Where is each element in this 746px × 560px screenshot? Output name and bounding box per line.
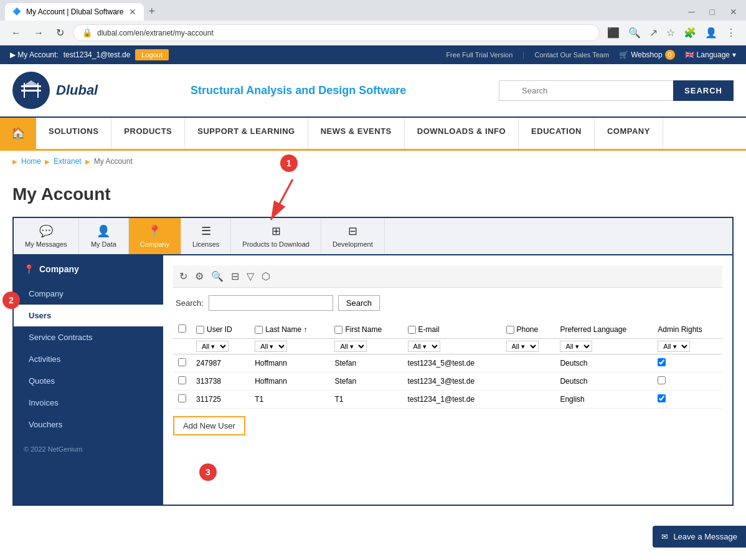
col-userid[interactable]: User ID [191, 321, 250, 339]
users-search-button[interactable]: Search [338, 295, 380, 311]
bookmark-icon[interactable]: ☆ [664, 24, 678, 41]
col-firstname-check[interactable] [334, 326, 342, 334]
development-icon: ⊟ [348, 224, 357, 238]
nav-education[interactable]: EDUCATION [519, 118, 595, 149]
search-row: Search: Search [173, 295, 722, 311]
sidebar-item-service-contracts[interactable]: Service Contracts [14, 326, 163, 348]
row2-checkbox[interactable] [178, 376, 186, 384]
select-all-checkbox[interactable] [178, 325, 186, 333]
filter-phone[interactable]: All ▾ [506, 341, 539, 352]
col-phone[interactable]: Phone [501, 321, 555, 339]
browser-tab[interactable]: 🔷 My Account | Dlubal Software ✕ [5, 3, 144, 21]
maximize-icon[interactable]: □ [706, 6, 719, 18]
licenses-icon: ☰ [201, 224, 211, 238]
webshop-button[interactable]: 🛒 Webshop 0 [619, 50, 674, 60]
row2-lastname: Hoffmann [250, 373, 329, 391]
tab-products[interactable]: ⊞ Products to Download [231, 218, 321, 254]
settings-icon[interactable]: ⚙ [195, 270, 204, 282]
tab-close-icon[interactable]: ✕ [129, 7, 136, 17]
contact-link[interactable]: Contact Our Sales Team [534, 51, 609, 59]
share-icon[interactable]: ↗ [647, 24, 660, 41]
row2-language: Deutsch [555, 373, 653, 391]
nav-support[interactable]: SUPPORT & LEARNING [185, 118, 308, 149]
header-search: 🔍 SEARCH [499, 80, 734, 101]
account-email: test1234_1@test.de [64, 50, 131, 59]
tab-company-label: Company [140, 240, 169, 248]
sidebar-item-activities[interactable]: Activities [14, 348, 163, 370]
filter-language[interactable]: All ▾ [560, 341, 592, 352]
search-tool-icon[interactable]: 🔍 [211, 270, 224, 282]
breadcrumb-sep-2: ▶ [85, 158, 90, 165]
export-icon[interactable]: ⬡ [262, 270, 270, 282]
breadcrumb-extranet[interactable]: Extranet [54, 157, 82, 166]
row3-checkbox[interactable] [178, 394, 186, 402]
annotation-1: 1 [280, 154, 298, 172]
profile-icon[interactable]: 👤 [702, 24, 720, 41]
messages-icon: 💬 [39, 224, 53, 238]
tab-company[interactable]: 📍 Company [129, 218, 181, 254]
tab-messages-label: My Messages [25, 240, 67, 248]
sidebar-item-company[interactable]: Company [14, 283, 163, 305]
tab-mydata[interactable]: 👤 My Data [79, 218, 129, 254]
row2-admin-checkbox[interactable] [658, 376, 666, 384]
language-button[interactable]: 🇬🇧 Language ▾ [685, 50, 736, 59]
menu-icon[interactable]: ⋮ [724, 24, 739, 41]
breadcrumb-home[interactable]: Home [21, 157, 41, 166]
col-firstname[interactable]: First Name [329, 321, 402, 339]
nav-company[interactable]: COMPANY [595, 118, 663, 149]
col-lastname[interactable]: Last Name ↑ [250, 321, 329, 339]
nav-home-button[interactable]: 🏠 [0, 118, 36, 149]
search-button[interactable]: SEARCH [673, 80, 734, 101]
filter2-icon[interactable]: ▽ [247, 270, 254, 282]
col-email[interactable]: E-mail [403, 321, 501, 339]
row3-lastname: T1 [250, 391, 329, 409]
users-search-input[interactable] [209, 295, 333, 311]
col-phone-check[interactable] [506, 326, 514, 334]
tab-licenses[interactable]: ☰ Licenses [181, 218, 231, 254]
filter-admin[interactable]: All ▾ [658, 341, 690, 352]
refresh-button[interactable]: ↻ [52, 24, 68, 41]
forward-button[interactable]: → [30, 25, 47, 41]
nav-products[interactable]: PRODUCTS [111, 118, 185, 149]
sidebar-item-vouchers[interactable]: Vouchers [14, 414, 163, 435]
logo[interactable]: Dlubal [12, 72, 98, 109]
close-window-icon[interactable]: ✕ [726, 6, 741, 18]
sidebar-item-quotes[interactable]: Quotes [14, 370, 163, 392]
nav-news[interactable]: NEWS & EVENTS [308, 118, 405, 149]
logo-text: Dlubal [56, 82, 98, 98]
sidebar-item-invoices[interactable]: Invoices [14, 392, 163, 414]
new-tab-button[interactable]: + [144, 2, 161, 21]
tab-development-label: Development [333, 240, 373, 248]
minimize-icon[interactable]: ─ [685, 6, 699, 18]
tab-messages[interactable]: 💬 My Messages [14, 218, 79, 254]
col-userid-check[interactable] [196, 326, 204, 334]
filter-icon[interactable]: ⊟ [231, 270, 239, 282]
row3-firstname: T1 [329, 391, 402, 409]
back-button[interactable]: ← [7, 25, 25, 41]
filter-firstname[interactable]: All ▾ [334, 341, 367, 352]
sidebar-header: 📍 Company [14, 255, 163, 283]
row3-admin-checkbox[interactable] [658, 394, 666, 402]
row1-checkbox[interactable] [178, 358, 186, 366]
address-bar[interactable]: 🔒 dlubal.com/en/extranet/my-account [73, 24, 600, 41]
nav-solutions[interactable]: SOLUTIONS [36, 118, 111, 149]
add-new-user-button[interactable]: Add New User [173, 416, 245, 435]
col-lastname-check[interactable] [255, 326, 263, 334]
col-email-check[interactable] [408, 326, 416, 334]
row1-admin-checkbox[interactable] [658, 358, 666, 366]
filter-lastname[interactable]: All ▾ [255, 341, 287, 352]
nav-downloads[interactable]: DOWNLOADS & INFO [405, 118, 519, 149]
extensions-icon[interactable]: 🧩 [681, 24, 699, 41]
screenshot-icon[interactable]: ⬛ [605, 24, 622, 41]
tab-title: My Account | Dlubal Software [26, 7, 124, 16]
zoom-icon[interactable]: 🔍 [626, 24, 643, 41]
filter-email[interactable]: All ▾ [408, 341, 440, 352]
sidebar-item-users[interactable]: Users [14, 305, 163, 326]
users-table: User ID Last Name ↑ First Name E-mail Ph… [173, 321, 722, 409]
free-trial-link[interactable]: Free Full Trial Version [446, 51, 512, 59]
logout-button[interactable]: Logout [135, 49, 169, 60]
filter-userid[interactable]: All ▾ [196, 341, 229, 352]
search-input[interactable] [499, 80, 673, 101]
tab-development[interactable]: ⊟ Development [321, 218, 385, 254]
refresh-icon[interactable]: ↻ [179, 270, 187, 282]
